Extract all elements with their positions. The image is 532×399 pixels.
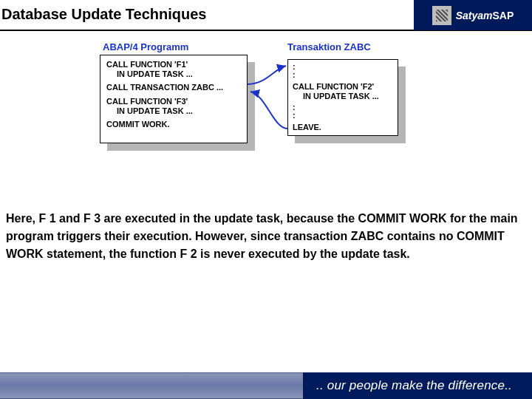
code-line: COMMIT WORK. xyxy=(106,120,241,129)
code-line: CALL FUNCTION 'F3' xyxy=(106,97,241,106)
code-line: IN UPDATE TASK ... xyxy=(106,106,241,116)
left-panel-label: ABAP/4 Programm xyxy=(103,41,188,52)
code-dots: : xyxy=(293,103,393,112)
code-line: IN UPDATE TASK ... xyxy=(293,92,393,101)
right-code-panel: : : CALL FUNCTION 'F2' IN UPDATE TASK ..… xyxy=(287,59,398,136)
page-title: Database Update Techniques xyxy=(0,0,414,30)
code-dots: : xyxy=(293,112,393,120)
slide-footer: .. our people make the difference.. xyxy=(0,372,532,399)
left-code-panel: CALL FUNCTION 'F1' IN UPDATE TASK ... CA… xyxy=(100,55,248,143)
footer-tagline: .. our people make the difference.. xyxy=(303,372,532,399)
brand-text: SatyamSAP xyxy=(456,10,514,21)
diagram: ABAP/4 Programm Transaktion ZABC CALL FU… xyxy=(100,55,407,180)
code-dots: : xyxy=(293,63,393,71)
code-line: CALL FUNCTION 'F1' xyxy=(106,60,241,69)
code-line: LEAVE. xyxy=(293,123,393,132)
right-panel-label: Transaktion ZABC xyxy=(287,41,371,52)
code-line: CALL FUNCTION 'F2' xyxy=(293,82,393,92)
code-dots: : xyxy=(293,71,393,79)
code-line: IN UPDATE TASK ... xyxy=(106,69,241,79)
slide-header: Database Update Techniques SatyamSAP xyxy=(0,0,532,31)
brand-main: Satyam xyxy=(456,10,493,21)
brand-sub: SAP xyxy=(493,10,514,21)
brand-logos: SatyamSAP xyxy=(414,0,532,30)
code-line: CALL TRANSACTION ZABC ... xyxy=(106,83,241,92)
footer-stripe xyxy=(0,372,303,399)
company-logo-icon xyxy=(432,6,451,25)
explanation-text: Here, F 1 and F 3 are executed in the up… xyxy=(6,210,523,263)
